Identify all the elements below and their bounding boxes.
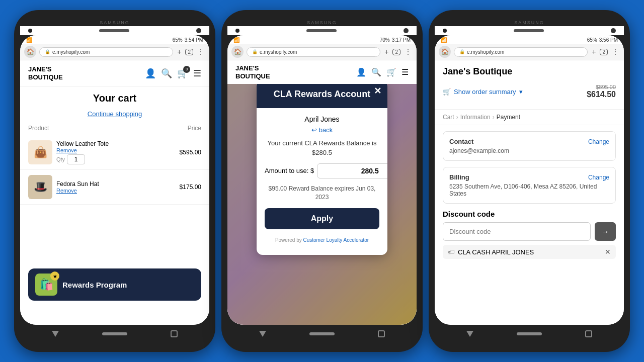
recents-nav-3[interactable]: [585, 330, 592, 337]
speaker-1: [99, 29, 129, 32]
back-nav-2[interactable]: [259, 331, 266, 337]
phone-top-bar-2: [227, 26, 417, 35]
speaker-2: [306, 29, 337, 32]
breadcrumb-info[interactable]: Information: [460, 114, 491, 121]
new-tab-btn-3[interactable]: +: [591, 47, 597, 57]
arrow-right-icon: →: [601, 227, 609, 236]
cart-table-header: Product Price: [20, 122, 209, 135]
discount-section: Discount code → 🏷 CLA CASH APRIL JONES ✕: [443, 210, 616, 259]
item-price-2: $175.00: [180, 184, 201, 191]
phones-container: SAMSUNG 📶 65% 3:54 PM 🏠 🔒: [0, 0, 644, 362]
recents-nav-1[interactable]: [171, 330, 178, 337]
item-price-1: $595.00: [180, 149, 201, 156]
cart-item-1: 👜 Yellow Leather Tote Remove Qty $595.00: [20, 135, 209, 170]
store-header-1: JANE'S BOUTIQUE 👤 🔍 🛒 3 ☰: [20, 60, 209, 86]
back-nav-3[interactable]: [466, 331, 473, 337]
billing-address: 5235 Southern Ave, D106-406, Mesa AZ 852…: [449, 183, 609, 197]
rewards-star-badge: ★: [50, 272, 59, 281]
discount-code-tag: 🏷 CLA CASH APRIL JONES ✕: [443, 245, 616, 259]
menu-btn-3[interactable]: ⋮: [611, 47, 620, 57]
modal-close-icon[interactable]: ✕: [374, 85, 381, 97]
menu-icon-1[interactable]: ☰: [193, 68, 201, 79]
modal-back-row[interactable]: ↩ back: [265, 126, 379, 134]
chevron-down-icon: ▾: [519, 88, 523, 96]
item-details-1: Yellow Leather Tote Remove Qty: [56, 140, 176, 164]
url-text-1: e.myshopify.com: [52, 49, 90, 55]
time-3: 3:56 PM: [599, 37, 618, 43]
status-icons-1: 📶: [26, 37, 32, 43]
account-icon-2[interactable]: 👤: [356, 67, 366, 77]
store-header-2: JANE'S BOUTIQUE 👤 🔍 🛒 ☰: [227, 60, 417, 84]
item-remove-1[interactable]: Remove: [56, 147, 176, 153]
camera-dot-3: [443, 29, 447, 33]
continue-shopping-link[interactable]: Continue shopping: [20, 110, 209, 118]
page-content-1: JANE'S BOUTIQUE 👤 🔍 🛒 3 ☰ Your cart: [20, 60, 209, 325]
back-btn-3[interactable]: 🏠: [439, 46, 451, 58]
menu-btn-2[interactable]: ⋮: [404, 47, 413, 57]
time-2: 3:17 PM: [392, 37, 411, 43]
total-price: $614.50: [587, 90, 616, 99]
amount-label: Amount to use: $: [265, 167, 314, 174]
account-icon-1[interactable]: 👤: [145, 68, 156, 79]
back-nav-1[interactable]: [52, 331, 59, 337]
cart-icon-1[interactable]: 🛒 3: [177, 68, 188, 79]
phone-bottom-2: [227, 325, 417, 343]
modal-body: April Jones ↩ back Your current CLA Rewa…: [257, 108, 387, 255]
checkout-header: Jane's Boutique 🛒 Show order summary ▾ $…: [435, 60, 624, 110]
phone-bottom-1: [20, 325, 209, 343]
breadcrumb-payment: Payment: [497, 114, 520, 121]
rewards-icon-wrap: 🛍️ ★: [35, 274, 57, 296]
phone-top-bar-3: [435, 26, 624, 35]
phone-bottom-3: [435, 325, 624, 343]
url-bar-1[interactable]: 🔒 e.myshopify.com: [39, 47, 173, 57]
discount-input[interactable]: [443, 222, 591, 241]
home-nav-2[interactable]: [309, 332, 335, 335]
url-bar-2[interactable]: 🔒 e.myshopify.com: [247, 47, 380, 57]
item-name-2: Fedora Sun Hat: [56, 180, 176, 188]
url-bar-3[interactable]: 🔒 e.myshopify.com: [454, 47, 588, 57]
back-btn-2[interactable]: 🏠: [231, 46, 244, 58]
tab-count-1[interactable]: 2: [185, 49, 193, 55]
contact-email: ajones@example.com: [449, 147, 609, 154]
discount-apply-button[interactable]: →: [595, 222, 616, 241]
status-bar-1: 📶 65% 3:54 PM: [20, 35, 209, 44]
tag-remove-button[interactable]: ✕: [605, 248, 611, 256]
rewards-banner[interactable]: 🛍️ ★ Rewards Program: [28, 268, 201, 301]
apply-button[interactable]: Apply: [265, 208, 379, 229]
discount-input-row: →: [443, 222, 616, 241]
lock-icon-3: 🔒: [459, 49, 465, 54]
order-summary-label[interactable]: 🛒 Show order summary ▾: [443, 88, 523, 96]
phone-1: SAMSUNG 📶 65% 3:54 PM 🏠 🔒: [14, 10, 215, 352]
camera-dot-2: [235, 29, 239, 33]
lock-icon-1: 🔒: [45, 49, 50, 54]
battery-2: 70%: [380, 37, 390, 43]
recents-nav-2[interactable]: [378, 330, 385, 337]
amount-input[interactable]: [317, 163, 387, 178]
camera-3: [611, 28, 616, 33]
rewards-modal: ✕ CLA Rewards Account April Jones ↩ back…: [257, 80, 387, 255]
tab-count-2[interactable]: 2: [392, 49, 400, 55]
new-tab-btn-2[interactable]: +: [383, 47, 389, 57]
page-content-2: JANE'S BOUTIQUE 👤 🔍 🛒 ☰: [227, 60, 417, 325]
contact-change[interactable]: Change: [588, 138, 609, 145]
search-icon-1[interactable]: 🔍: [161, 68, 172, 79]
item-remove-2[interactable]: Remove: [56, 188, 176, 194]
store-brand-2: JANE'S BOUTIQUE: [235, 64, 270, 80]
home-nav-1[interactable]: [102, 332, 127, 335]
menu-icon-2[interactable]: ☰: [401, 67, 409, 77]
phone-screen-2: 📶 70% 3:17 PM 🏠 🔒 e.myshopify.com + 2 ⋮: [227, 35, 417, 325]
back-btn-1[interactable]: 🏠: [24, 46, 36, 58]
tab-count-3[interactable]: 2: [600, 49, 608, 55]
item-img-2: 🎩: [28, 175, 52, 199]
qty-input-1[interactable]: [67, 154, 85, 164]
cart-icon-2[interactable]: 🛒: [386, 67, 396, 77]
cart-title: Your cart: [20, 86, 209, 110]
new-tab-btn-1[interactable]: +: [176, 47, 182, 57]
home-nav-3[interactable]: [517, 332, 542, 335]
breadcrumb-cart[interactable]: Cart: [443, 114, 454, 121]
search-icon-2[interactable]: 🔍: [371, 67, 381, 77]
applied-code: CLA CASH APRIL JONES: [458, 248, 534, 256]
billing-change[interactable]: Change: [588, 174, 609, 181]
menu-btn-1[interactable]: ⋮: [196, 47, 205, 57]
footer-link[interactable]: Customer Loyalty Accelerator: [303, 237, 369, 243]
